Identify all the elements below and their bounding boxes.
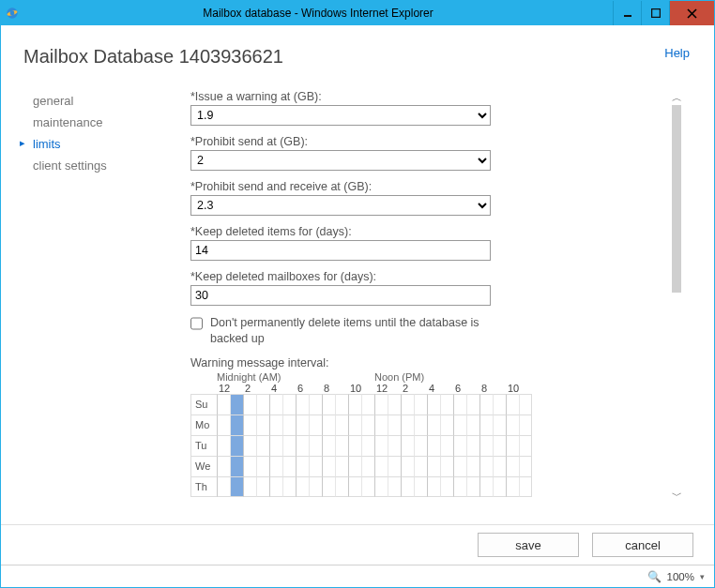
- schedule-cell[interactable]: [427, 394, 440, 415]
- schedule-cell[interactable]: [348, 435, 361, 456]
- schedule-cell[interactable]: [230, 394, 243, 415]
- schedule-cell[interactable]: [479, 435, 493, 456]
- schedule-cell[interactable]: [282, 476, 296, 497]
- schedule-cell[interactable]: [243, 456, 256, 476]
- schedule-cell[interactable]: [269, 415, 282, 435]
- schedule-cell[interactable]: [348, 456, 361, 476]
- schedule-cell[interactable]: [506, 415, 519, 435]
- schedule-cell[interactable]: [243, 415, 256, 435]
- schedule-cell[interactable]: [427, 476, 440, 497]
- schedule-cell[interactable]: [230, 476, 243, 497]
- schedule-cell[interactable]: [217, 476, 230, 497]
- schedule-cell[interactable]: [256, 435, 269, 456]
- schedule-cell[interactable]: [309, 415, 322, 435]
- schedule-cell[interactable]: [453, 456, 466, 476]
- schedule-cell[interactable]: [269, 476, 282, 497]
- schedule-cell[interactable]: [296, 394, 309, 415]
- schedule-cell[interactable]: [388, 456, 401, 476]
- schedule-cell[interactable]: [401, 435, 414, 456]
- schedule-cell[interactable]: [466, 415, 479, 435]
- maximize-button[interactable]: [641, 1, 669, 25]
- schedule-cell[interactable]: [506, 435, 519, 456]
- schedule-cell[interactable]: [479, 415, 493, 435]
- schedule-cell[interactable]: [217, 456, 230, 476]
- schedule-cell[interactable]: [388, 476, 401, 497]
- schedule-cell[interactable]: [374, 415, 388, 435]
- schedule-cell[interactable]: [401, 415, 414, 435]
- sidebar-item-limits[interactable]: limits: [23, 133, 164, 155]
- schedule-cell[interactable]: [322, 476, 335, 497]
- schedule-cell[interactable]: [256, 456, 269, 476]
- schedule-cell[interactable]: [493, 456, 506, 476]
- schedule-cell[interactable]: [479, 456, 493, 476]
- schedule-cell[interactable]: [282, 435, 296, 456]
- schedule-cell[interactable]: [322, 435, 335, 456]
- schedule-cell[interactable]: [296, 435, 309, 456]
- schedule-cell[interactable]: [440, 435, 453, 456]
- schedule-cell[interactable]: [493, 415, 506, 435]
- schedule-cell[interactable]: [519, 394, 532, 415]
- schedule-cell[interactable]: [282, 394, 296, 415]
- schedule-cell[interactable]: [506, 476, 519, 497]
- schedule-cell[interactable]: [269, 435, 282, 456]
- schedule-cell[interactable]: [440, 394, 453, 415]
- schedule-cell[interactable]: [230, 435, 243, 456]
- schedule-cell[interactable]: [414, 415, 427, 435]
- schedule-cell[interactable]: [361, 456, 374, 476]
- schedule-cell[interactable]: [453, 435, 466, 456]
- sidebar-item-maintenance[interactable]: maintenance: [23, 112, 164, 133]
- keep-items-input[interactable]: [190, 240, 491, 261]
- schedule-cell[interactable]: [282, 415, 296, 435]
- schedule-cell[interactable]: [453, 394, 466, 415]
- schedule-cell[interactable]: [361, 476, 374, 497]
- sidebar-item-general[interactable]: general: [23, 90, 164, 112]
- schedule-cell[interactable]: [296, 476, 309, 497]
- prohibit-send-select[interactable]: 2: [190, 150, 491, 171]
- vertical-scrollbar[interactable]: ︿ ﹀: [669, 90, 684, 503]
- schedule-cell[interactable]: [322, 415, 335, 435]
- schedule-cell[interactable]: [348, 415, 361, 435]
- schedule-cell[interactable]: [519, 415, 532, 435]
- schedule-grid[interactable]: Midnight (AM) Noon (PM) 1224681012246810…: [190, 371, 654, 497]
- prohibit-send-receive-select[interactable]: 2.3: [190, 195, 491, 216]
- schedule-cell[interactable]: [309, 456, 322, 476]
- schedule-cell[interactable]: [322, 456, 335, 476]
- schedule-cell[interactable]: [309, 476, 322, 497]
- schedule-cell[interactable]: [506, 394, 519, 415]
- schedule-cell[interactable]: [493, 476, 506, 497]
- schedule-cell[interactable]: [374, 435, 388, 456]
- scrollbar-thumb[interactable]: [672, 105, 681, 293]
- schedule-cell[interactable]: [243, 394, 256, 415]
- schedule-cell[interactable]: [335, 456, 348, 476]
- schedule-cell[interactable]: [427, 415, 440, 435]
- schedule-cell[interactable]: [309, 435, 322, 456]
- schedule-cell[interactable]: [453, 415, 466, 435]
- schedule-cell[interactable]: [243, 435, 256, 456]
- schedule-cell[interactable]: [269, 456, 282, 476]
- scroll-up-icon[interactable]: ︿: [669, 90, 684, 105]
- schedule-cell[interactable]: [401, 476, 414, 497]
- schedule-cell[interactable]: [440, 476, 453, 497]
- schedule-cell[interactable]: [427, 456, 440, 476]
- schedule-cell[interactable]: [493, 394, 506, 415]
- schedule-cell[interactable]: [466, 476, 479, 497]
- schedule-cell[interactable]: [335, 415, 348, 435]
- schedule-cell[interactable]: [374, 476, 388, 497]
- cancel-button[interactable]: cancel: [592, 533, 693, 557]
- dont-delete-checkbox[interactable]: [190, 317, 203, 330]
- schedule-cell[interactable]: [479, 476, 493, 497]
- schedule-cell[interactable]: [361, 435, 374, 456]
- schedule-cell[interactable]: [256, 394, 269, 415]
- schedule-cell[interactable]: [519, 435, 532, 456]
- schedule-cell[interactable]: [335, 435, 348, 456]
- schedule-cell[interactable]: [479, 394, 493, 415]
- minimize-button[interactable]: [613, 1, 641, 25]
- schedule-cell[interactable]: [466, 456, 479, 476]
- schedule-cell[interactable]: [335, 476, 348, 497]
- schedule-cell[interactable]: [427, 435, 440, 456]
- keep-mailboxes-input[interactable]: [190, 285, 491, 306]
- schedule-cell[interactable]: [217, 394, 230, 415]
- help-link[interactable]: Help: [664, 46, 690, 60]
- schedule-cell[interactable]: [296, 456, 309, 476]
- save-button[interactable]: save: [478, 533, 579, 557]
